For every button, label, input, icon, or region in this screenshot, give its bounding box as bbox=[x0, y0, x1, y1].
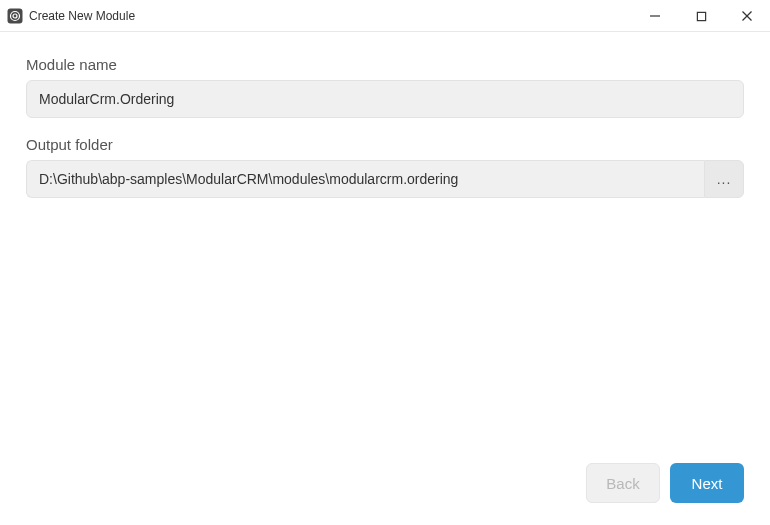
module-name-input[interactable] bbox=[26, 80, 744, 118]
output-folder-row: ... bbox=[26, 160, 744, 198]
minimize-button[interactable] bbox=[632, 0, 678, 32]
svg-rect-0 bbox=[8, 8, 23, 23]
dialog-footer: Back Next bbox=[0, 463, 770, 525]
main-content: Module name Output folder ... bbox=[0, 32, 770, 463]
titlebar-left: Create New Module bbox=[7, 8, 135, 24]
maximize-icon bbox=[696, 11, 707, 22]
output-folder-input[interactable] bbox=[26, 160, 704, 198]
output-folder-group: Output folder ... bbox=[26, 136, 744, 198]
app-icon bbox=[7, 8, 23, 24]
browse-folder-button[interactable]: ... bbox=[704, 160, 744, 198]
back-button[interactable]: Back bbox=[586, 463, 660, 503]
window-controls bbox=[632, 0, 770, 31]
module-name-group: Module name bbox=[26, 56, 744, 118]
close-icon bbox=[741, 10, 753, 22]
minimize-icon bbox=[649, 10, 661, 22]
window-titlebar: Create New Module bbox=[0, 0, 770, 32]
svg-rect-4 bbox=[697, 12, 705, 20]
window-title: Create New Module bbox=[29, 9, 135, 23]
maximize-button[interactable] bbox=[678, 0, 724, 32]
close-button[interactable] bbox=[724, 0, 770, 32]
module-name-label: Module name bbox=[26, 56, 744, 73]
next-button[interactable]: Next bbox=[670, 463, 744, 503]
output-folder-label: Output folder bbox=[26, 136, 744, 153]
